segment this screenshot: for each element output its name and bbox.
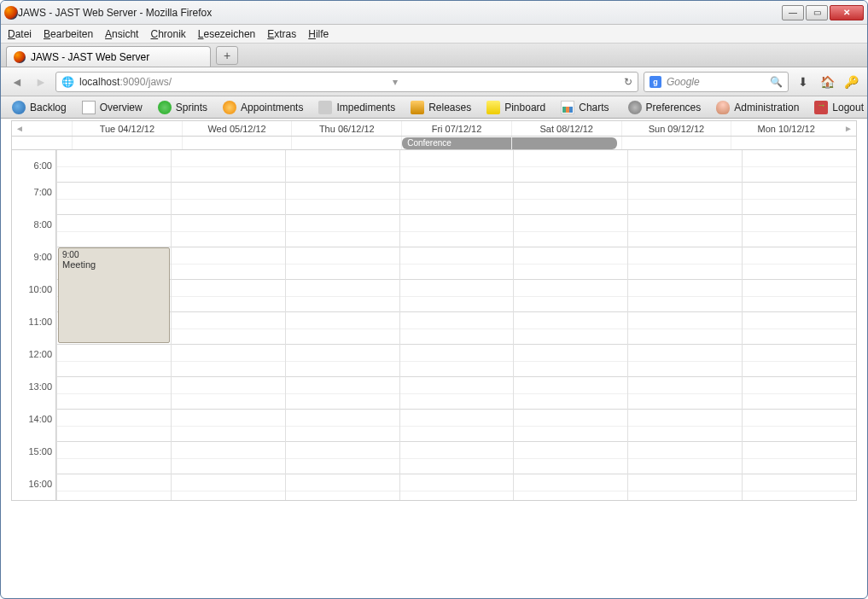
window-title: JAWS - JAST Web Server - Mozilla Firefox [18,7,782,19]
calendar-header: ◄ Tue 04/12/12 Wed 05/12/12 Thu 06/12/12… [12,121,856,137]
day-header[interactable]: Wed 05/12/12 [182,121,292,136]
browser-tab[interactable]: JAWS - JAST Web Server [6,46,211,67]
tab-title: JAWS - JAST Web Server [31,51,149,63]
maximize-button[interactable]: ▭ [806,5,828,20]
menu-datei[interactable]: Datei [8,28,32,40]
day-header[interactable]: Sat 08/12/12 [511,121,621,136]
pin-icon [486,101,500,114]
browser-menubar: Datei Bearbeiten Ansicht Chronik Lesezei… [1,25,867,44]
menu-lesezeichen[interactable]: Lesezeichen [198,28,255,40]
toolbar-appointments[interactable]: Appointments [217,99,309,116]
toolbar-pinboard[interactable]: Pinboard [481,99,551,116]
toolbar-releases[interactable]: Releases [405,99,477,116]
user-icon [716,101,730,114]
toolbar-overview[interactable]: Overview [76,99,149,116]
barrier-icon [318,101,332,114]
calendar-week-view: ◄ Tue 04/12/12 Wed 05/12/12 Thu 06/12/12… [11,120,857,501]
url-domain: localhost [79,76,119,88]
url-input[interactable]: 🌐 localhost:9090/jaws/ ▾ ↻ [55,72,638,92]
menu-bearbeiten[interactable]: Bearbeiten [44,28,93,40]
clock-icon [223,101,236,114]
toolbar-administration[interactable]: Administration [710,99,805,116]
calendar-allday-row: Conference [12,137,856,150]
tab-favicon [14,51,26,63]
menu-ansicht[interactable]: Ansicht [105,28,138,40]
calendar-event-meeting[interactable]: 9:00 Meeting [58,247,170,343]
chart-icon [561,101,574,114]
menu-hilfe[interactable]: Hilfe [308,28,329,40]
url-path: :9090/jaws/ [119,76,172,88]
toolbar-logout[interactable]: Logout [808,99,868,116]
toolbar-charts[interactable]: Charts [555,99,615,116]
event-time: 9:00 [62,250,166,259]
day-column[interactable] [627,150,742,500]
globe-icon [12,101,26,114]
search-placeholder: Google [667,76,700,88]
time-column: 6:00 7:00 8:00 9:00 10:00 11:00 12:00 13… [12,150,56,500]
menu-extras[interactable]: Extras [267,28,296,40]
day-header[interactable]: Fri 07/12/12 [401,121,511,136]
calendar-prev-button[interactable]: ◄ [12,121,27,136]
toolbar-preferences[interactable]: Preferences [622,99,708,116]
back-button[interactable]: ◄ [8,73,26,91]
day-header[interactable]: Mon 10/12/12 [731,121,841,136]
menu-chronik[interactable]: Chronik [150,28,185,40]
toolbar-sprints[interactable]: Sprints [152,99,213,116]
browser-navbar: ◄ ► 🌐 localhost:9090/jaws/ ▾ ↻ g Google … [1,67,867,96]
search-input[interactable]: g Google 🔍 [644,72,789,92]
app-toolbar: Backlog Overview Sprints Appointments Im… [1,96,867,119]
toolbar-backlog[interactable]: Backlog [6,99,73,116]
day-column[interactable] [513,150,627,500]
day-column[interactable] [742,150,856,500]
event-title: Meeting [62,259,166,270]
day-header[interactable]: Thu 06/12/12 [291,121,401,136]
day-column[interactable] [399,150,514,500]
forward-button[interactable]: ► [32,73,50,91]
browser-tabbar: JAWS - JAST Web Server + [1,44,867,67]
calendar-body[interactable]: 6:00 7:00 8:00 9:00 10:00 11:00 12:00 13… [12,150,856,500]
day-header[interactable]: Sun 09/12/12 [621,121,731,136]
day-column[interactable]: 9:00 Meeting [56,150,171,500]
calendar-next-button[interactable]: ► [841,121,856,136]
document-icon [82,101,96,114]
gear-icon [628,101,642,114]
package-icon [411,101,424,114]
new-tab-button[interactable]: + [216,46,238,65]
day-column[interactable] [171,150,285,500]
toolbar-impediments[interactable]: Impediments [312,99,401,116]
close-button[interactable]: ✕ [830,5,864,20]
logout-icon [814,101,828,114]
running-icon [158,101,172,114]
day-column[interactable] [285,150,399,500]
day-header[interactable]: Tue 04/12/12 [72,121,182,136]
search-icon[interactable]: 🔍 [770,76,783,88]
downloads-button[interactable]: ⬇ [794,73,813,91]
google-icon: g [650,76,661,88]
addon-button[interactable]: 🔑 [842,73,860,91]
window-titlebar: JAWS - JAST Web Server - Mozilla Firefox… [1,1,867,25]
reload-button[interactable]: ↻ [624,76,632,88]
minimize-button[interactable]: — [782,5,804,20]
firefox-icon [4,6,18,20]
home-button[interactable]: 🏠 [818,73,836,91]
